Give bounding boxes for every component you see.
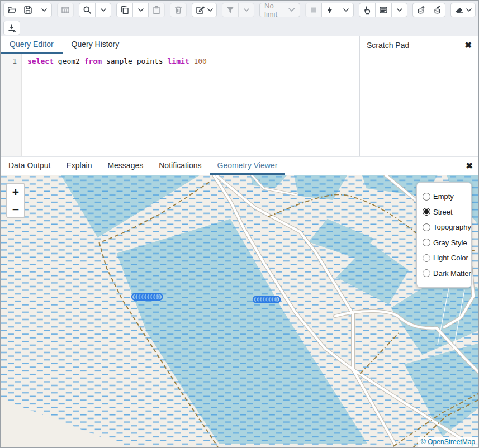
map-layers-control: Empty Street Topography Gray Style Light… — [416, 182, 472, 288]
filter-group — [222, 3, 254, 17]
save-data-group — [57, 3, 74, 17]
layer-option-light-color[interactable]: Light Color — [423, 250, 466, 266]
copy-paste-group — [116, 3, 165, 17]
map-canvas — [1, 175, 478, 447]
copy-button[interactable] — [116, 3, 133, 17]
secondary-toolbar — [1, 19, 478, 36]
sql-line: select geom2 from sample_points limit 10… — [27, 57, 207, 65]
chevron-down-icon — [466, 8, 472, 12]
limit-selector: No limit — [259, 3, 300, 17]
execute-group — [305, 3, 354, 17]
layer-radio-street[interactable] — [423, 208, 430, 216]
commit-button[interactable] — [412, 3, 429, 17]
clear-group — [450, 3, 476, 17]
database-rollback-icon — [433, 6, 442, 15]
scratch-pad-close-icon[interactable]: ✖ — [464, 41, 472, 49]
limit-value: No limit — [264, 2, 288, 18]
layer-option-gray-style[interactable]: Gray Style — [423, 235, 466, 251]
delete-button — [170, 3, 187, 17]
sql-code[interactable]: select geom2 from sample_points limit 10… — [22, 54, 359, 156]
trash-icon — [174, 6, 183, 15]
eraser-icon — [454, 6, 464, 15]
filter-button — [222, 3, 239, 17]
layer-radio-dark-matter[interactable] — [423, 269, 430, 277]
chevron-down-icon — [244, 8, 249, 12]
execute-button[interactable] — [321, 3, 338, 17]
find-group — [79, 3, 111, 17]
map-attribution[interactable]: © OpenStreetMap — [418, 437, 478, 447]
explain-analyze-button[interactable] — [375, 3, 392, 17]
line-number-gutter: 1 — [1, 54, 22, 156]
transaction-group — [412, 3, 445, 17]
editor-region: Query Editor Query History 1 select geom… — [1, 36, 478, 156]
explain-button[interactable] — [359, 3, 376, 17]
chevron-down-icon — [207, 8, 213, 12]
save-data-changes-button — [57, 3, 74, 17]
edit-group — [192, 3, 217, 17]
explain-group — [359, 3, 407, 17]
lightning-bolt-icon — [325, 6, 334, 15]
chevron-down-icon — [138, 8, 144, 12]
line-number: 1 — [12, 57, 17, 65]
open-file-button[interactable] — [3, 3, 20, 17]
scratch-pad-panel: Scratch Pad ✖ — [360, 36, 478, 156]
search-icon — [83, 6, 92, 15]
layer-radio-light-color[interactable] — [423, 254, 430, 262]
layer-radio-topography[interactable] — [423, 223, 430, 231]
chevron-down-icon — [288, 8, 295, 12]
map-zoom-control: + − — [6, 183, 25, 218]
pencil-square-icon — [196, 6, 205, 15]
stop-button — [305, 3, 322, 17]
tab-query-editor[interactable]: Query Editor — [1, 36, 63, 54]
list-alt-icon — [379, 6, 388, 15]
explain-settings-button[interactable] — [391, 3, 407, 17]
rollback-button[interactable] — [429, 3, 445, 17]
edit-options-button[interactable] — [192, 3, 217, 17]
layer-option-street[interactable]: Street — [423, 204, 466, 220]
scratch-pad-title: Scratch Pad — [367, 41, 409, 50]
tab-query-history[interactable]: Query History — [63, 36, 129, 54]
execute-options-button[interactable] — [338, 3, 354, 17]
results-tabbar: Data Output Explain Messages Notificatio… — [1, 156, 478, 175]
layer-option-dark-matter[interactable]: Dark Matter — [423, 266, 466, 282]
tab-messages[interactable]: Messages — [99, 157, 151, 175]
save-file-button[interactable] — [20, 3, 36, 17]
folder-open-icon — [7, 6, 16, 15]
layer-option-empty[interactable]: Empty — [423, 189, 466, 204]
find-options-button[interactable] — [95, 3, 111, 17]
paste-button — [148, 3, 165, 17]
stop-square-icon — [309, 6, 318, 15]
copy-options-button[interactable] — [132, 3, 149, 17]
sql-editor[interactable]: 1 select geom2 from sample_points limit … — [1, 54, 359, 156]
editor-tabbar: Query Editor Query History — [1, 36, 359, 54]
find-button[interactable] — [79, 3, 96, 17]
geometry-viewer-map[interactable]: + − Empty Street Topography Gray Style L… — [1, 175, 478, 447]
delete-group — [170, 3, 187, 17]
tab-explain[interactable]: Explain — [59, 157, 100, 175]
tab-data-output[interactable]: Data Output — [1, 157, 59, 175]
chevron-down-icon — [397, 8, 402, 12]
funnel-icon — [226, 6, 235, 15]
filter-options-button — [238, 3, 254, 17]
save-options-button[interactable] — [36, 3, 52, 17]
clear-button[interactable] — [450, 3, 476, 17]
download-icon — [7, 23, 16, 32]
results-close-icon[interactable]: ✖ — [466, 161, 473, 170]
tab-geometry-viewer[interactable]: Geometry Viewer — [210, 157, 286, 175]
zoom-in-button[interactable]: + — [7, 184, 24, 201]
query-tool-window: No limit — [0, 0, 479, 448]
main-toolbar: No limit — [1, 1, 478, 19]
hand-pointer-icon — [363, 6, 372, 15]
tab-notifications[interactable]: Notifications — [151, 157, 209, 175]
zoom-out-button[interactable]: − — [7, 201, 24, 217]
scratch-pad-header: Scratch Pad ✖ — [360, 36, 478, 54]
query-editor-panel: Query Editor Query History 1 select geom… — [1, 36, 360, 156]
layer-option-topography[interactable]: Topography — [423, 220, 466, 235]
table-grid-icon — [61, 6, 70, 15]
save-icon — [23, 6, 32, 15]
chevron-down-icon — [41, 8, 47, 12]
layer-radio-empty[interactable] — [423, 193, 430, 201]
layer-radio-gray-style[interactable] — [423, 239, 430, 246]
download-button[interactable] — [3, 21, 20, 35]
scratch-pad-textarea[interactable] — [360, 54, 478, 156]
